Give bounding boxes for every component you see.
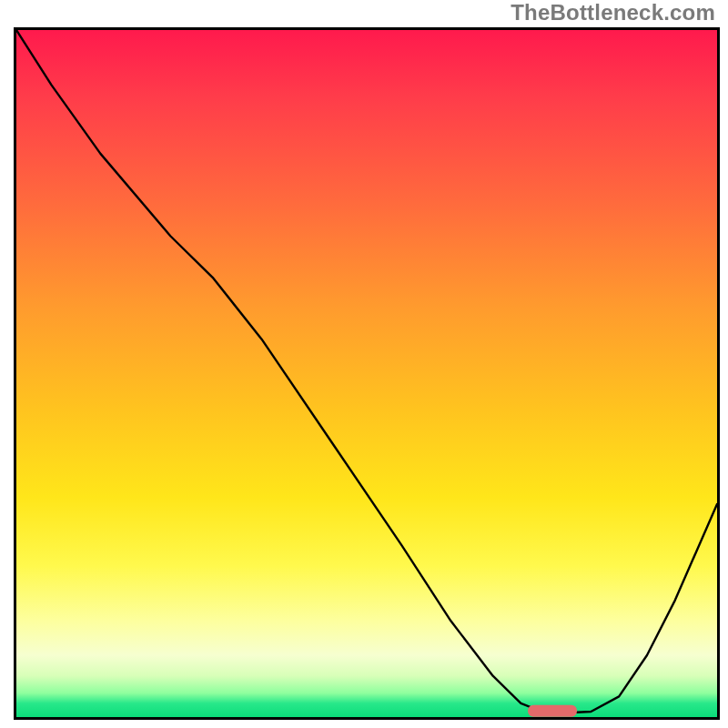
bottleneck-curve [16, 30, 717, 713]
chart-svg [16, 30, 717, 717]
chart-frame [14, 27, 720, 720]
watermark-label: TheBottleneck.com [511, 0, 715, 25]
optimal-range-marker [528, 705, 577, 717]
